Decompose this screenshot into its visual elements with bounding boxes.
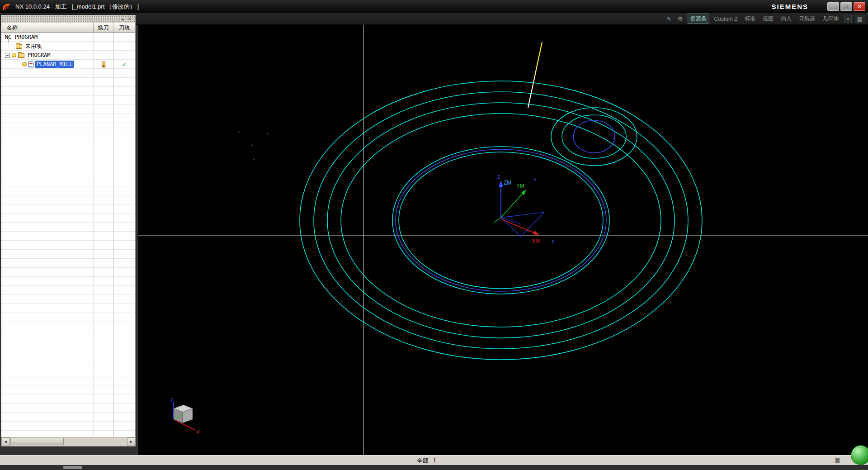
panel-collapse-icon[interactable]: ▴ (122, 17, 124, 21)
zm-axis-label: ZM (504, 180, 511, 186)
node-label: NC_PROGRAM (4, 33, 39, 41)
navigator-row[interactable]: 未用项 (1, 42, 135, 51)
navigator-hscrollbar[interactable]: ◀ ▶ (1, 437, 135, 446)
toolpath-boss-rings (551, 108, 637, 166)
panel-grab-bar[interactable]: ▴ ✕ (1, 15, 135, 23)
tool-change-icon (102, 62, 105, 67)
gear-icon[interactable]: ⚙ (676, 15, 684, 22)
node-label: PLANAR_MILL (35, 61, 74, 68)
nx-application-window: NX 10.0.0.24 - 加工 - [_model1.prt （修改的） ]… (0, 0, 868, 470)
scroll-left-icon[interactable]: ◀ (1, 437, 9, 446)
overflow-chevron-icon[interactable]: « (844, 15, 852, 23)
op-icon (28, 62, 33, 67)
green-status-ball-icon[interactable] (851, 445, 868, 465)
layout-panel-icon[interactable]: ▤ (855, 15, 864, 23)
status-count: 1 (433, 457, 436, 465)
window-controls: — □ ✕ (827, 2, 865, 11)
cube-z-label: Z (170, 398, 173, 403)
toolbar-tabs: 资源条Custom 2标准视图插入导航器几何体 (688, 14, 841, 24)
navigator-row[interactable]: NC_PROGRAM (1, 33, 135, 42)
toolbar-tab[interactable]: 导航器 (797, 14, 817, 24)
operation-navigator-panel: ▴ ✕ 名称 换刀 刀轨 NC_PROGRAM未用项−PROGRAMPLANAR… (1, 15, 136, 446)
xm-axis-label: XM (532, 238, 540, 244)
bulb-icon (22, 62, 27, 66)
close-button[interactable]: ✕ (854, 2, 865, 11)
scroll-right-icon[interactable]: ▶ (127, 437, 135, 446)
navigator-column-headers: 名称 换刀 刀轨 (1, 23, 135, 33)
column-header-toolchange[interactable]: 换刀 (94, 23, 113, 32)
toolpath-complete-check-icon: ✓ (122, 61, 127, 68)
siemens-logo: SIEMENS (771, 3, 808, 10)
cube-x-label: X (196, 429, 200, 435)
navigator-row[interactable]: PLANAR_MILL✓ (1, 60, 135, 69)
node-label: 未用项 (24, 42, 43, 51)
title-bar: NX 10.0.0.24 - 加工 - [_model1.prt （修改的） ]… (0, 0, 868, 13)
engage-move-line (528, 42, 542, 108)
status-bar: 全部 1 ▦ (0, 455, 868, 465)
toolbar-tab[interactable]: 资源条 (688, 14, 709, 24)
nx-logo-icon (2, 3, 12, 11)
wcs-triad[interactable]: Z ZM YM Y XM X (494, 175, 555, 244)
window-title: NX 10.0.0.24 - 加工 - [_model1.prt （修改的） ] (15, 3, 139, 11)
toolbar-tab[interactable]: 视图 (760, 14, 776, 24)
selection-scope-status: 全部 1 (417, 457, 436, 465)
folder-icon (18, 53, 24, 58)
expander-icon[interactable]: − (5, 53, 10, 58)
column-header-name[interactable]: 名称 (1, 23, 94, 32)
ym-axis-label: YM (516, 183, 524, 189)
stray-points (238, 132, 269, 160)
z-axis-label: Z (497, 175, 500, 180)
toolbar-tab[interactable]: 插入 (778, 14, 794, 24)
brush-icon[interactable]: ✎ (665, 15, 673, 22)
view-cube[interactable]: Z X (170, 398, 200, 435)
toolpath-rings (300, 81, 702, 360)
column-header-toolpath[interactable]: 刀轨 (113, 23, 135, 32)
toolbar-tab[interactable]: Custom 2 (712, 15, 740, 23)
folder-icon (16, 44, 22, 49)
scrollbar-thumb[interactable] (10, 438, 64, 445)
navigator-row[interactable]: −PROGRAM (1, 51, 135, 60)
scrollbar-track[interactable] (9, 437, 127, 446)
maximize-button[interactable]: □ (840, 2, 852, 11)
toolbar-tab[interactable]: 几何体 (820, 14, 841, 24)
status-grid-icon[interactable]: ▦ (835, 457, 840, 463)
bulb-icon (12, 53, 16, 57)
strip-resize-handle[interactable] (63, 466, 82, 469)
column-divider (113, 33, 114, 437)
minimize-button[interactable]: — (827, 2, 839, 11)
column-divider (94, 33, 94, 437)
bottom-strip (0, 465, 868, 470)
toolbar-tab[interactable]: 标准 (742, 14, 758, 24)
status-label: 全部 (417, 457, 429, 465)
crosshair (138, 25, 868, 455)
graphics-viewport[interactable]: Z ZM YM Y XM X Z X (138, 25, 868, 455)
y-axis-label: Y (533, 178, 537, 183)
panel-close-icon[interactable]: ✕ (128, 17, 132, 21)
navigator-body[interactable]: NC_PROGRAM未用项−PROGRAMPLANAR_MILL✓ (1, 33, 135, 437)
x-axis-label: X (552, 239, 555, 244)
node-label: PROGRAM (26, 52, 52, 59)
